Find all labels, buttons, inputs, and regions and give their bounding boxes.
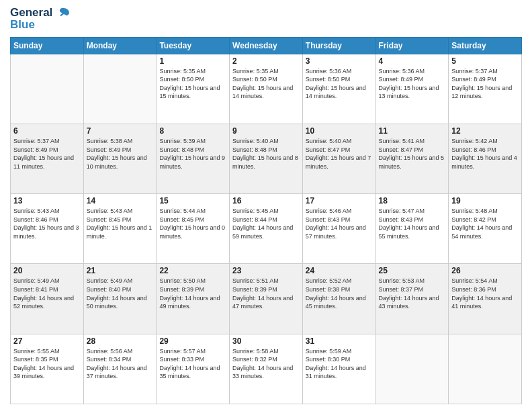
- day-number: 3: [306, 56, 373, 66]
- calendar-cell: 16Sunrise: 5:45 AMSunset: 8:44 PMDayligh…: [230, 194, 303, 264]
- cell-info: Sunrise: 5:49 AMSunset: 8:40 PMDaylight:…: [87, 277, 154, 310]
- calendar-cell: 5Sunrise: 5:37 AMSunset: 8:49 PMDaylight…: [449, 54, 522, 124]
- calendar-week-row: 27Sunrise: 5:55 AMSunset: 8:35 PMDayligh…: [11, 334, 522, 404]
- calendar-cell: 2Sunrise: 5:35 AMSunset: 8:50 PMDaylight…: [230, 54, 303, 124]
- calendar-cell: 7Sunrise: 5:38 AMSunset: 8:49 PMDaylight…: [83, 124, 157, 193]
- cell-info: Sunrise: 5:48 AMSunset: 8:42 PMDaylight:…: [451, 207, 519, 240]
- cell-info: Sunrise: 5:46 AMSunset: 8:43 PMDaylight:…: [306, 207, 373, 240]
- cell-info: Sunrise: 5:45 AMSunset: 8:44 PMDaylight:…: [232, 207, 300, 240]
- calendar-cell: 6Sunrise: 5:37 AMSunset: 8:49 PMDaylight…: [11, 124, 84, 193]
- cell-info: Sunrise: 5:37 AMSunset: 8:49 PMDaylight:…: [13, 137, 81, 171]
- day-number: 18: [379, 196, 446, 205]
- calendar-cell: [375, 334, 449, 404]
- calendar-cell: 20Sunrise: 5:49 AMSunset: 8:41 PMDayligh…: [11, 264, 84, 334]
- calendar-cell: 11Sunrise: 5:41 AMSunset: 8:47 PMDayligh…: [375, 124, 449, 193]
- cell-info: Sunrise: 5:58 AMSunset: 8:32 PMDaylight:…: [232, 347, 300, 381]
- cell-info: Sunrise: 5:53 AMSunset: 8:37 PMDaylight:…: [379, 277, 446, 310]
- calendar-cell: 8Sunrise: 5:39 AMSunset: 8:48 PMDaylight…: [157, 124, 230, 193]
- cell-info: Sunrise: 5:52 AMSunset: 8:38 PMDaylight:…: [306, 277, 373, 310]
- calendar-header-wednesday: Wednesday: [230, 37, 303, 54]
- day-number: 4: [379, 56, 446, 66]
- day-number: 6: [13, 126, 81, 136]
- cell-info: Sunrise: 5:41 AMSunset: 8:47 PMDaylight:…: [379, 137, 446, 171]
- cell-info: Sunrise: 5:57 AMSunset: 8:33 PMDaylight:…: [159, 347, 226, 381]
- cell-info: Sunrise: 5:50 AMSunset: 8:39 PMDaylight:…: [159, 277, 226, 310]
- day-number: 10: [306, 126, 373, 136]
- calendar-cell: 4Sunrise: 5:36 AMSunset: 8:49 PMDaylight…: [375, 54, 449, 124]
- cell-info: Sunrise: 5:44 AMSunset: 8:45 PMDaylight:…: [159, 207, 226, 240]
- day-number: 8: [159, 126, 226, 136]
- day-number: 25: [379, 266, 446, 275]
- calendar-cell: 17Sunrise: 5:46 AMSunset: 8:43 PMDayligh…: [302, 194, 375, 264]
- calendar-cell: 30Sunrise: 5:58 AMSunset: 8:32 PMDayligh…: [230, 334, 303, 404]
- calendar-header-monday: Monday: [83, 37, 157, 54]
- cell-info: Sunrise: 5:36 AMSunset: 8:50 PMDaylight:…: [306, 67, 373, 101]
- day-number: 21: [87, 266, 154, 275]
- calendar-cell: 28Sunrise: 5:56 AMSunset: 8:34 PMDayligh…: [83, 334, 157, 404]
- calendar-header-sunday: Sunday: [11, 37, 84, 54]
- calendar-week-row: 13Sunrise: 5:43 AMSunset: 8:46 PMDayligh…: [11, 194, 522, 264]
- calendar-header-friday: Friday: [375, 37, 449, 54]
- cell-info: Sunrise: 5:36 AMSunset: 8:49 PMDaylight:…: [379, 67, 446, 101]
- cell-info: Sunrise: 5:59 AMSunset: 8:30 PMDaylight:…: [306, 347, 373, 381]
- calendar-cell: 19Sunrise: 5:48 AMSunset: 8:42 PMDayligh…: [449, 194, 522, 264]
- day-number: 1: [159, 56, 226, 66]
- day-number: 19: [451, 196, 519, 205]
- day-number: 26: [451, 266, 519, 275]
- calendar-week-row: 6Sunrise: 5:37 AMSunset: 8:49 PMDaylight…: [11, 124, 522, 193]
- cell-info: Sunrise: 5:40 AMSunset: 8:48 PMDaylight:…: [232, 137, 300, 171]
- day-number: 12: [451, 126, 519, 136]
- day-number: 7: [87, 126, 154, 136]
- calendar-cell: 13Sunrise: 5:43 AMSunset: 8:46 PMDayligh…: [11, 194, 84, 264]
- calendar-cell: 10Sunrise: 5:40 AMSunset: 8:47 PMDayligh…: [302, 124, 375, 193]
- day-number: 9: [232, 126, 300, 136]
- calendar-cell: 23Sunrise: 5:51 AMSunset: 8:39 PMDayligh…: [230, 264, 303, 334]
- calendar-cell: 15Sunrise: 5:44 AMSunset: 8:45 PMDayligh…: [157, 194, 230, 264]
- cell-info: Sunrise: 5:51 AMSunset: 8:39 PMDaylight:…: [232, 277, 300, 310]
- calendar-header-tuesday: Tuesday: [157, 37, 230, 54]
- header: General Blue: [10, 7, 522, 32]
- calendar-week-row: 1Sunrise: 5:35 AMSunset: 8:50 PMDaylight…: [11, 54, 522, 124]
- day-number: 27: [13, 336, 81, 346]
- cell-info: Sunrise: 5:43 AMSunset: 8:45 PMDaylight:…: [87, 207, 154, 240]
- cell-info: Sunrise: 5:37 AMSunset: 8:49 PMDaylight:…: [451, 67, 519, 101]
- calendar-cell: 29Sunrise: 5:57 AMSunset: 8:33 PMDayligh…: [157, 334, 230, 404]
- day-number: 20: [13, 266, 81, 275]
- day-number: 11: [379, 126, 446, 136]
- day-number: 23: [232, 266, 300, 275]
- logo: General Blue: [10, 7, 71, 32]
- logo-blue-text: Blue: [10, 19, 71, 32]
- calendar-cell: 26Sunrise: 5:54 AMSunset: 8:36 PMDayligh…: [449, 264, 522, 334]
- day-number: 2: [232, 56, 300, 66]
- day-number: 15: [159, 196, 226, 205]
- cell-info: Sunrise: 5:39 AMSunset: 8:48 PMDaylight:…: [159, 137, 226, 171]
- day-number: 29: [159, 336, 226, 346]
- calendar-cell: [11, 54, 84, 124]
- day-number: 5: [451, 56, 519, 66]
- day-number: 13: [13, 196, 81, 205]
- cell-info: Sunrise: 5:35 AMSunset: 8:50 PMDaylight:…: [159, 67, 226, 101]
- calendar-cell: [83, 54, 157, 124]
- cell-info: Sunrise: 5:40 AMSunset: 8:47 PMDaylight:…: [306, 137, 373, 171]
- cell-info: Sunrise: 5:55 AMSunset: 8:35 PMDaylight:…: [13, 347, 81, 381]
- calendar-cell: 31Sunrise: 5:59 AMSunset: 8:30 PMDayligh…: [302, 334, 375, 404]
- calendar-header-saturday: Saturday: [449, 37, 522, 54]
- cell-info: Sunrise: 5:43 AMSunset: 8:46 PMDaylight:…: [13, 207, 81, 240]
- calendar-header-row: SundayMondayTuesdayWednesdayThursdayFrid…: [11, 37, 522, 54]
- calendar-header-thursday: Thursday: [302, 37, 375, 54]
- calendar-cell: 25Sunrise: 5:53 AMSunset: 8:37 PMDayligh…: [375, 264, 449, 334]
- day-number: 28: [87, 336, 154, 346]
- calendar-week-row: 20Sunrise: 5:49 AMSunset: 8:41 PMDayligh…: [11, 264, 522, 334]
- day-number: 31: [306, 336, 373, 346]
- day-number: 17: [306, 196, 373, 205]
- calendar-cell: 24Sunrise: 5:52 AMSunset: 8:38 PMDayligh…: [302, 264, 375, 334]
- calendar-cell: 9Sunrise: 5:40 AMSunset: 8:48 PMDaylight…: [230, 124, 303, 193]
- cell-info: Sunrise: 5:54 AMSunset: 8:36 PMDaylight:…: [451, 277, 519, 310]
- cell-info: Sunrise: 5:49 AMSunset: 8:41 PMDaylight:…: [13, 277, 81, 310]
- calendar-cell: 1Sunrise: 5:35 AMSunset: 8:50 PMDaylight…: [157, 54, 230, 124]
- day-number: 14: [87, 196, 154, 205]
- calendar-cell: 14Sunrise: 5:43 AMSunset: 8:45 PMDayligh…: [83, 194, 157, 264]
- day-number: 22: [159, 266, 226, 275]
- calendar-table: SundayMondayTuesdayWednesdayThursdayFrid…: [10, 37, 522, 404]
- day-number: 16: [232, 196, 300, 205]
